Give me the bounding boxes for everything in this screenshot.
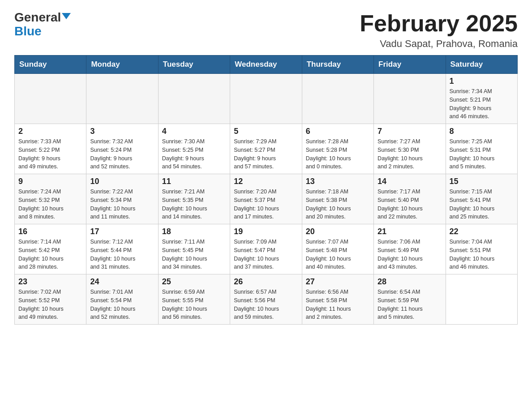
day-number: 1 [450, 77, 514, 86]
calendar-table: SundayMondayTuesdayWednesdayThursdayFrid… [14, 55, 518, 325]
calendar-cell: 10Sunrise: 7:22 AM Sunset: 5:34 PM Dayli… [86, 174, 158, 224]
weekday-header-wednesday: Wednesday [230, 56, 302, 74]
calendar-cell [230, 74, 302, 124]
weekday-header-monday: Monday [86, 56, 158, 74]
calendar-cell: 19Sunrise: 7:09 AM Sunset: 5:47 PM Dayli… [230, 224, 302, 274]
weekday-header-friday: Friday [374, 56, 446, 74]
day-info: Sunrise: 7:22 AM Sunset: 5:34 PM Dayligh… [90, 188, 154, 221]
calendar-cell: 25Sunrise: 6:59 AM Sunset: 5:55 PM Dayli… [158, 274, 230, 325]
logo-general: General [14, 11, 61, 25]
page-header: General Blue February 2025 Vadu Sapat, P… [14, 11, 518, 50]
calendar-cell [374, 74, 446, 124]
calendar-cell: 17Sunrise: 7:12 AM Sunset: 5:44 PM Dayli… [86, 224, 158, 274]
calendar-cell: 8Sunrise: 7:25 AM Sunset: 5:31 PM Daylig… [446, 124, 517, 174]
title-block: February 2025 Vadu Sapat, Prahova, Roman… [360, 11, 518, 50]
day-number: 18 [162, 227, 226, 236]
calendar-cell [302, 74, 373, 124]
day-info: Sunrise: 7:28 AM Sunset: 5:28 PM Dayligh… [306, 137, 370, 171]
day-number: 25 [162, 277, 226, 287]
calendar-cell [15, 74, 86, 124]
calendar-week-4: 16Sunrise: 7:14 AM Sunset: 5:42 PM Dayli… [15, 224, 518, 274]
day-info: Sunrise: 6:57 AM Sunset: 5:56 PM Dayligh… [234, 288, 298, 321]
day-info: Sunrise: 7:02 AM Sunset: 5:52 PM Dayligh… [18, 288, 82, 321]
weekday-header-saturday: Saturday [446, 56, 517, 74]
day-number: 8 [450, 127, 514, 136]
day-number: 10 [90, 177, 154, 186]
day-info: Sunrise: 7:12 AM Sunset: 5:44 PM Dayligh… [90, 238, 154, 271]
calendar-week-3: 9Sunrise: 7:24 AM Sunset: 5:32 PM Daylig… [15, 174, 518, 224]
day-info: Sunrise: 7:09 AM Sunset: 5:47 PM Dayligh… [234, 238, 298, 271]
day-number: 2 [18, 127, 82, 136]
calendar-cell: 12Sunrise: 7:20 AM Sunset: 5:37 PM Dayli… [230, 174, 302, 224]
weekday-header-tuesday: Tuesday [158, 56, 230, 74]
weekday-header-sunday: Sunday [15, 56, 86, 74]
day-number: 16 [18, 227, 82, 236]
calendar-cell: 15Sunrise: 7:15 AM Sunset: 5:41 PM Dayli… [446, 174, 517, 224]
day-info: Sunrise: 7:24 AM Sunset: 5:32 PM Dayligh… [18, 188, 82, 221]
day-info: Sunrise: 7:01 AM Sunset: 5:54 PM Dayligh… [90, 288, 154, 321]
calendar-cell: 6Sunrise: 7:28 AM Sunset: 5:28 PM Daylig… [302, 124, 373, 174]
calendar-cell: 14Sunrise: 7:17 AM Sunset: 5:40 PM Dayli… [374, 174, 446, 224]
calendar-week-5: 23Sunrise: 7:02 AM Sunset: 5:52 PM Dayli… [15, 274, 518, 325]
calendar-cell: 16Sunrise: 7:14 AM Sunset: 5:42 PM Dayli… [15, 224, 86, 274]
calendar-cell: 1Sunrise: 7:34 AM Sunset: 5:21 PM Daylig… [446, 74, 517, 124]
calendar-cell: 26Sunrise: 6:57 AM Sunset: 5:56 PM Dayli… [230, 274, 302, 325]
day-number: 21 [378, 227, 442, 236]
day-number: 27 [306, 277, 370, 287]
day-info: Sunrise: 7:30 AM Sunset: 5:25 PM Dayligh… [162, 137, 226, 171]
calendar-cell: 5Sunrise: 7:29 AM Sunset: 5:27 PM Daylig… [230, 124, 302, 174]
day-info: Sunrise: 7:17 AM Sunset: 5:40 PM Dayligh… [378, 188, 442, 221]
calendar-cell: 3Sunrise: 7:32 AM Sunset: 5:24 PM Daylig… [86, 124, 158, 174]
calendar-cell: 4Sunrise: 7:30 AM Sunset: 5:25 PM Daylig… [158, 124, 230, 174]
month-title: February 2025 [360, 11, 518, 36]
day-number: 6 [306, 127, 370, 136]
day-number: 15 [450, 177, 514, 186]
day-number: 13 [306, 177, 370, 186]
day-info: Sunrise: 7:25 AM Sunset: 5:31 PM Dayligh… [450, 137, 514, 171]
day-number: 17 [90, 227, 154, 236]
calendar-cell: 24Sunrise: 7:01 AM Sunset: 5:54 PM Dayli… [86, 274, 158, 325]
day-number: 22 [450, 227, 514, 236]
day-info: Sunrise: 6:59 AM Sunset: 5:55 PM Dayligh… [162, 288, 226, 321]
calendar-cell: 22Sunrise: 7:04 AM Sunset: 5:51 PM Dayli… [446, 224, 517, 274]
logo-triangle-icon [62, 13, 71, 19]
day-info: Sunrise: 6:54 AM Sunset: 5:59 PM Dayligh… [378, 288, 442, 321]
day-number: 26 [234, 277, 298, 287]
calendar-cell: 23Sunrise: 7:02 AM Sunset: 5:52 PM Dayli… [15, 274, 86, 325]
day-number: 14 [378, 177, 442, 186]
calendar-cell [158, 74, 230, 124]
day-number: 3 [90, 127, 154, 136]
calendar-cell: 28Sunrise: 6:54 AM Sunset: 5:59 PM Dayli… [374, 274, 446, 325]
day-info: Sunrise: 7:06 AM Sunset: 5:49 PM Dayligh… [378, 238, 442, 271]
day-info: Sunrise: 7:33 AM Sunset: 5:22 PM Dayligh… [18, 137, 82, 171]
day-number: 12 [234, 177, 298, 186]
calendar-cell: 18Sunrise: 7:11 AM Sunset: 5:45 PM Dayli… [158, 224, 230, 274]
day-number: 11 [162, 177, 226, 186]
location: Vadu Sapat, Prahova, Romania [360, 38, 518, 50]
weekday-header-thursday: Thursday [302, 56, 373, 74]
calendar-cell: 20Sunrise: 7:07 AM Sunset: 5:48 PM Dayli… [302, 224, 373, 274]
calendar-cell: 7Sunrise: 7:27 AM Sunset: 5:30 PM Daylig… [374, 124, 446, 174]
day-info: Sunrise: 6:56 AM Sunset: 5:58 PM Dayligh… [306, 288, 370, 321]
calendar-header-row: SundayMondayTuesdayWednesdayThursdayFrid… [15, 56, 518, 74]
logo-blue: Blue [14, 25, 42, 39]
calendar-cell: 13Sunrise: 7:18 AM Sunset: 5:38 PM Dayli… [302, 174, 373, 224]
day-info: Sunrise: 7:18 AM Sunset: 5:38 PM Dayligh… [306, 188, 370, 221]
day-number: 20 [306, 227, 370, 236]
calendar-week-2: 2Sunrise: 7:33 AM Sunset: 5:22 PM Daylig… [15, 124, 518, 174]
day-info: Sunrise: 7:04 AM Sunset: 5:51 PM Dayligh… [450, 238, 514, 271]
day-info: Sunrise: 7:07 AM Sunset: 5:48 PM Dayligh… [306, 238, 370, 271]
calendar-cell [446, 274, 517, 325]
day-info: Sunrise: 7:21 AM Sunset: 5:35 PM Dayligh… [162, 188, 226, 221]
calendar-cell: 9Sunrise: 7:24 AM Sunset: 5:32 PM Daylig… [15, 174, 86, 224]
calendar-cell [86, 74, 158, 124]
logo: General Blue [14, 11, 71, 39]
day-number: 23 [18, 277, 82, 287]
day-info: Sunrise: 7:20 AM Sunset: 5:37 PM Dayligh… [234, 188, 298, 221]
day-info: Sunrise: 7:27 AM Sunset: 5:30 PM Dayligh… [378, 137, 442, 171]
day-number: 19 [234, 227, 298, 236]
day-info: Sunrise: 7:11 AM Sunset: 5:45 PM Dayligh… [162, 238, 226, 271]
calendar-cell: 21Sunrise: 7:06 AM Sunset: 5:49 PM Dayli… [374, 224, 446, 274]
day-number: 9 [18, 177, 82, 186]
day-info: Sunrise: 7:14 AM Sunset: 5:42 PM Dayligh… [18, 238, 82, 271]
